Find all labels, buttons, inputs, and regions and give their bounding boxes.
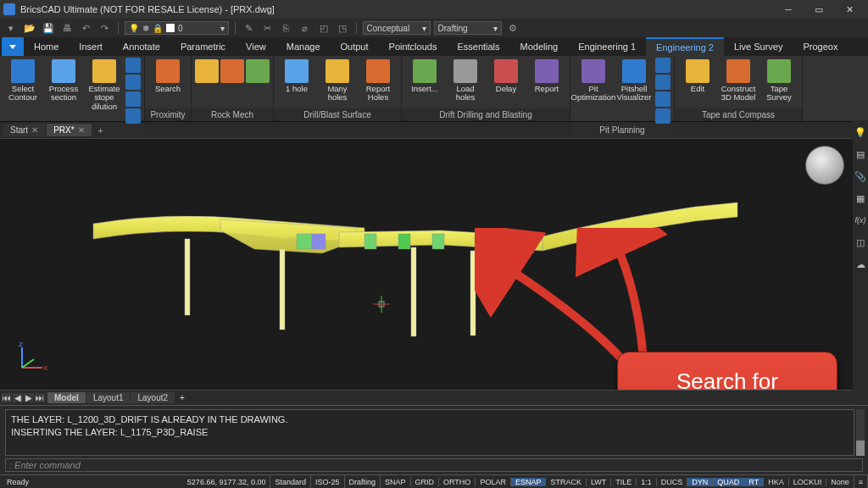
ribbon-tab-modeling[interactable]: Modeling xyxy=(510,37,569,56)
small-tool-icon[interactable] xyxy=(655,92,670,107)
ribbon-button-pitshell-visualizer[interactable]: Pitshell Visualizer xyxy=(615,58,654,104)
tool-icon[interactable]: ✎ xyxy=(242,20,257,36)
new-icon[interactable]: ▾ xyxy=(3,20,19,36)
ribbon-tab-live-survey[interactable]: Live Survey xyxy=(724,37,793,56)
doc-tab-start[interactable]: Start✕ xyxy=(3,124,45,136)
ribbon-tab-annotate[interactable]: Annotate xyxy=(113,37,170,56)
lightbulb-icon[interactable]: 💡 xyxy=(855,127,865,137)
undo-icon[interactable]: ↶ xyxy=(78,20,93,36)
doc-tab-prx[interactable]: PRX*✕ xyxy=(47,124,91,136)
ribbon-tab-pointclouds[interactable]: Pointclouds xyxy=(379,37,448,56)
model-viewport[interactable]: Z X Search for intersections nearby xyxy=(0,139,853,390)
command-input[interactable]: : Enter command xyxy=(5,458,863,472)
fx-icon[interactable]: f(x) xyxy=(855,215,865,225)
ribbon-tab-essentials[interactable]: Essentials xyxy=(447,37,509,56)
status-toggle-lwt[interactable]: LWT xyxy=(587,478,611,486)
small-tool-icon[interactable] xyxy=(125,92,141,107)
ribbon-tab-engineering-2[interactable]: Engineering 2 xyxy=(646,37,724,56)
small-tool-icon[interactable] xyxy=(655,75,670,90)
status-toggle-dyn[interactable]: DYN xyxy=(687,478,713,486)
view-cube[interactable] xyxy=(805,146,844,185)
small-tool-icon[interactable] xyxy=(125,58,141,73)
close-tab-icon[interactable]: ✕ xyxy=(78,125,85,135)
small-tool-icon[interactable] xyxy=(125,108,141,124)
grid-icon[interactable]: ▦ xyxy=(855,193,865,203)
status-toggle-snap[interactable]: SNAP xyxy=(381,478,411,486)
ribbon-button-load-holes[interactable]: Load holes xyxy=(446,58,485,104)
layout-last-icon[interactable]: ⏭ xyxy=(35,393,45,402)
status-menu-icon[interactable]: ≡ xyxy=(854,475,868,488)
status-toggle-ducs[interactable]: DUCS xyxy=(657,478,688,486)
ribbon-button-edit[interactable]: Edit xyxy=(678,58,717,95)
ribbon-tab-insert[interactable]: Insert xyxy=(69,37,113,56)
tool-icon[interactable]: ◳ xyxy=(335,20,350,36)
status-toggle-ortho[interactable]: ORTHO xyxy=(439,478,476,486)
ribbon-tab-home[interactable]: Home xyxy=(24,37,69,56)
layout-tab-layout1[interactable]: Layout1 xyxy=(86,392,131,403)
ribbon-tab-progeox[interactable]: Progeox xyxy=(793,37,848,56)
status-toggle-tile[interactable]: TILE xyxy=(611,478,637,486)
status-toggle-lockui[interactable]: LOCKUI xyxy=(789,478,827,486)
close-tab-icon[interactable]: ✕ xyxy=(31,125,38,135)
ribbon-button-process-section[interactable]: Process section xyxy=(44,58,83,104)
attach-icon[interactable]: 📎 xyxy=(855,171,865,181)
status-toggle-grid[interactable]: GRID xyxy=(411,478,440,486)
layout-prev-icon[interactable]: ◀ xyxy=(13,393,23,402)
ribbon-button-search[interactable]: Search xyxy=(148,58,187,95)
ribbon-button-tape-survey[interactable]: Tape Survey xyxy=(760,58,798,104)
tool-icon[interactable]: ◰ xyxy=(316,20,331,36)
ribbon-button-pit-optimization[interactable]: Pit Optimization xyxy=(574,58,613,104)
ribbon-icon-button[interactable] xyxy=(220,58,244,86)
cloud-icon[interactable]: ☁ xyxy=(855,259,865,269)
ribbon-button-1-hole[interactable]: 1 hole xyxy=(277,58,316,95)
ribbon-icon-button[interactable] xyxy=(246,58,270,86)
small-tool-icon[interactable] xyxy=(655,58,670,73)
status-toggle-strack[interactable]: STRACK xyxy=(546,478,587,486)
ribbon-button-insert-[interactable]: Insert... xyxy=(405,58,444,95)
ribbon-tab-view[interactable]: View xyxy=(236,37,276,56)
ribbon-button-construct-3d-model[interactable]: Construct 3D Model xyxy=(719,58,758,104)
window-icon[interactable]: ◫ xyxy=(855,237,865,247)
ribbon-tab-output[interactable]: Output xyxy=(331,37,379,56)
ribbon-tab-parametric[interactable]: Parametric xyxy=(170,37,236,56)
layer-selector[interactable]: 💡 ❄ 🔒 0 ▾ xyxy=(125,21,229,35)
layers-icon[interactable]: ▤ xyxy=(855,149,865,159)
close-button[interactable]: ✕ xyxy=(834,0,865,19)
status-annoscale[interactable]: None xyxy=(826,475,854,488)
status-toggle-esnap[interactable]: ESNAP xyxy=(511,478,547,486)
ribbon-button-report-holes[interactable]: Report Holes xyxy=(359,58,398,104)
status-toggle-1:1[interactable]: 1:1 xyxy=(637,478,657,486)
ribbon-tab-engineering-1[interactable]: Engineering 1 xyxy=(568,37,646,56)
maximize-button[interactable]: ▭ xyxy=(804,0,834,19)
command-scrollbar[interactable] xyxy=(856,409,865,456)
print-icon[interactable]: 🖶 xyxy=(59,20,75,36)
add-layout-button[interactable]: + xyxy=(175,392,190,403)
ribbon-button-select-contour[interactable]: Select Contour xyxy=(3,58,42,104)
ribbon-button-delay[interactable]: Delay xyxy=(487,58,526,95)
gear-icon[interactable]: ⚙ xyxy=(505,20,520,36)
save-icon[interactable]: 💾 xyxy=(41,20,56,36)
status-standard[interactable]: Standard xyxy=(270,475,311,488)
ribbon-button-many-holes[interactable]: Many holes xyxy=(318,58,357,104)
tool-icon[interactable]: ⌀ xyxy=(298,20,313,36)
redo-icon[interactable]: ↷ xyxy=(97,20,112,36)
status-workspace[interactable]: Drafting xyxy=(345,475,381,488)
status-iso[interactable]: ISO-25 xyxy=(311,475,345,488)
layout-first-icon[interactable]: ⏮ xyxy=(2,393,12,402)
status-toggle-rt[interactable]: RT xyxy=(744,478,764,486)
visual-style-dropdown[interactable]: Conceptual▾ xyxy=(363,21,431,35)
ribbon-tab-manage[interactable]: Manage xyxy=(276,37,331,56)
status-toggle-polar[interactable]: POLAR xyxy=(476,478,511,486)
ribbon-button-report[interactable]: Report xyxy=(527,58,566,95)
layout-next-icon[interactable]: ▶ xyxy=(24,393,34,402)
layout-tab-model[interactable]: Model xyxy=(47,392,86,403)
ribbon-button-estimate-stope-dilution[interactable]: Estimate stope dilution xyxy=(85,58,124,113)
layout-tab-layout2[interactable]: Layout2 xyxy=(131,392,175,403)
app-menu-button[interactable] xyxy=(2,37,24,56)
small-tool-icon[interactable] xyxy=(125,75,141,90)
status-toggle-hka[interactable]: HKA xyxy=(764,478,789,486)
workspace-dropdown[interactable]: Drafting▾ xyxy=(434,21,502,35)
add-doc-tab-button[interactable]: + xyxy=(93,125,108,136)
ribbon-icon-button[interactable] xyxy=(195,58,219,86)
minimize-button[interactable]: ─ xyxy=(773,0,804,19)
